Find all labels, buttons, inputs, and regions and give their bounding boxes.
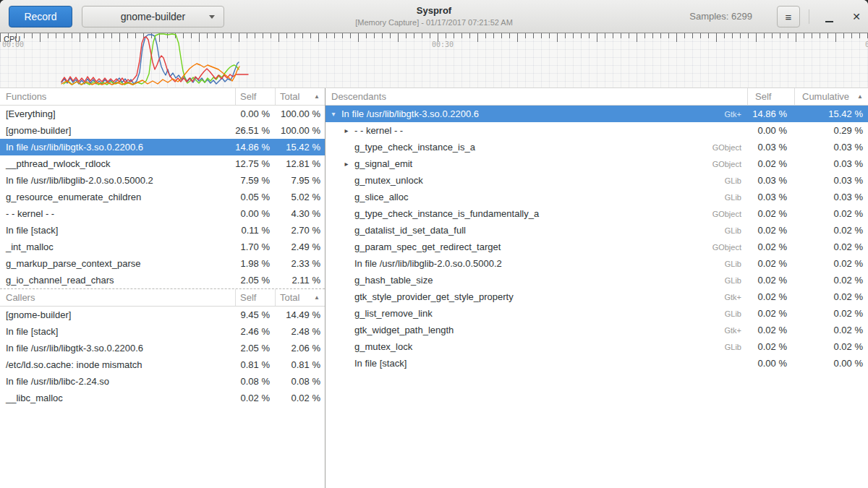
row-name: g_io_channel_read_chars: [0, 275, 235, 286]
cpu-timeline-graph[interactable]: CPU 00:0000:3001:00: [0, 33, 868, 88]
total-value: 4.30 %: [275, 208, 325, 219]
function-row[interactable]: __pthread_rwlock_rdlock12.75 %12.81 %: [0, 155, 325, 172]
self-value: 0.00 %: [747, 125, 794, 136]
callers-table: [gnome-builder]9.45 %14.49 %In file [sta…: [0, 307, 325, 406]
self-value: 0.05 %: [235, 192, 275, 202]
descendant-row[interactable]: gtk_style_provider_get_style_propertyGtk…: [326, 288, 868, 305]
descendant-row[interactable]: g_list_remove_linkGLib0.02 %0.02 %: [326, 305, 868, 322]
chevron-down-icon: [209, 15, 215, 19]
descendant-row[interactable]: g_datalist_id_set_data_fullGLib0.02 %0.0…: [326, 222, 868, 239]
self-value: 0.00 %: [747, 358, 794, 369]
row-name-group: g_list_remove_linkGLib: [326, 308, 747, 319]
self-value: 9.45 %: [235, 309, 275, 320]
self-value: 14.86 %: [235, 142, 275, 153]
row-name-group: g_param_spec_get_redirect_targetGObject: [326, 241, 747, 252]
cumulative-value: 0.02 %: [794, 225, 868, 236]
callers-table-header: Callers Self Total ▲: [0, 289, 325, 307]
descendant-row[interactable]: gtk_widget_path_lengthGtk+0.02 %0.02 %: [326, 322, 868, 338]
descendant-row[interactable]: In file [stack]0.00 %0.00 %: [326, 355, 868, 372]
function-row[interactable]: g_io_channel_read_chars2.05 %2.11 %: [0, 272, 325, 288]
row-name: g_markup_parse_context_parse: [0, 258, 235, 269]
functions-table: [Everything]0.00 %100.00 %[gnome-builder…: [0, 106, 325, 288]
cumulative-value: 0.03 %: [794, 192, 868, 202]
self-value: 0.02 %: [747, 275, 794, 286]
function-row[interactable]: g_resource_enumerate_children0.05 %5.02 …: [0, 189, 325, 205]
total-value: 2.48 %: [275, 326, 325, 337]
time-label: 00:00: [2, 40, 24, 48]
row-name: _int_malloc: [0, 241, 235, 252]
cumulative-value: 0.02 %: [794, 341, 868, 352]
self-value: 0.02 %: [747, 291, 794, 302]
function-row[interactable]: In file /usr/lib/libglib-2.0.so.0.5000.2…: [0, 172, 325, 189]
self-value: 2.05 %: [235, 275, 275, 286]
functions-total-column-header[interactable]: Total ▲: [275, 88, 325, 105]
caller-row[interactable]: In file /usr/lib/libgtk-3.so.0.2200.62.0…: [0, 340, 325, 356]
function-row[interactable]: In file /usr/lib/libgtk-3.so.0.2200.614.…: [0, 139, 325, 155]
self-value: 0.03 %: [747, 175, 794, 186]
total-value: 100.00 %: [275, 108, 325, 119]
expander-closed-icon[interactable]: ▸: [343, 160, 350, 168]
row-name-group: g_type_check_instance_is_fundamentally_a…: [326, 208, 747, 219]
cumulative-value: 0.02 %: [794, 325, 868, 335]
self-value: 2.46 %: [235, 326, 275, 337]
caller-row[interactable]: __libc_malloc0.02 %0.02 %: [0, 390, 325, 406]
record-button[interactable]: Record: [9, 6, 72, 27]
callers-total-column-header[interactable]: Total ▲: [275, 289, 325, 306]
callers-column-header[interactable]: Callers: [0, 289, 235, 306]
descendants-self-column-header[interactable]: Self: [747, 88, 794, 105]
function-row[interactable]: g_markup_parse_context_parse1.98 %2.33 %: [0, 255, 325, 272]
descendant-row[interactable]: ▾In file /usr/lib/libgtk-3.so.0.2200.6Gt…: [326, 106, 868, 122]
function-row[interactable]: [gnome-builder]26.51 %100.00 %: [0, 122, 325, 139]
function-row[interactable]: _int_malloc1.70 %2.49 %: [0, 239, 325, 255]
function-row[interactable]: - - kernel - -0.00 %4.30 %: [0, 205, 325, 222]
descendant-row[interactable]: g_param_spec_get_redirect_targetGObject0…: [326, 239, 868, 255]
descendants-column-header[interactable]: Descendants: [326, 88, 747, 105]
menu-button[interactable]: ≡: [777, 6, 800, 27]
time-label: 00:30: [432, 40, 454, 48]
row-name: - - kernel - -: [354, 125, 403, 136]
descendants-cumulative-column-header[interactable]: Cumulative ▲: [794, 88, 868, 105]
process-selector-label: gnome-builder: [121, 11, 186, 22]
descendant-row[interactable]: g_type_check_instance_is_fundamentally_a…: [326, 205, 868, 222]
expander-closed-icon[interactable]: ▸: [343, 127, 350, 134]
callers-self-column-header[interactable]: Self: [235, 289, 275, 306]
self-value: 7.59 %: [235, 175, 275, 186]
row-name: In file [stack]: [0, 326, 235, 337]
descendant-row[interactable]: g_hash_table_sizeGLib0.02 %0.02 %: [326, 272, 868, 288]
total-value: 2.11 %: [275, 275, 325, 286]
close-button[interactable]: ✕: [848, 8, 865, 25]
process-selector-dropdown[interactable]: gnome-builder: [82, 6, 224, 27]
function-row[interactable]: [Everything]0.00 %100.00 %: [0, 106, 325, 122]
self-value: 12.75 %: [235, 158, 275, 169]
caller-row[interactable]: /etc/ld.so.cache: inode mismatch0.81 %0.…: [0, 356, 325, 373]
left-pane: Functions Self Total ▲ [Everything]0.00 …: [0, 88, 326, 488]
caller-row[interactable]: In file [stack]2.46 %2.48 %: [0, 323, 325, 340]
descendant-row[interactable]: ▸g_signal_emitGObject0.02 %0.03 %: [326, 155, 868, 172]
expander-open-icon[interactable]: ▾: [330, 111, 337, 118]
cumulative-value: 0.02 %: [794, 241, 868, 252]
minimize-button[interactable]: [820, 8, 838, 25]
caller-row[interactable]: In file /usr/lib/libc-2.24.so0.08 %0.08 …: [0, 373, 325, 390]
functions-self-column-header[interactable]: Self: [235, 88, 275, 105]
descendant-row[interactable]: g_mutex_lockGLib0.02 %0.02 %: [326, 338, 868, 355]
descendant-row[interactable]: In file /usr/lib/libglib-2.0.so.0.5000.2…: [326, 255, 868, 272]
row-name: g_type_check_instance_is_a: [354, 142, 475, 153]
library-badge: GLib: [725, 276, 747, 285]
caller-row[interactable]: [gnome-builder]9.45 %14.49 %: [0, 307, 325, 323]
descendant-row[interactable]: g_mutex_unlockGLib0.03 %0.03 %: [326, 172, 868, 189]
function-row[interactable]: In file [stack]0.11 %2.70 %: [0, 222, 325, 239]
descendants-table: ▾In file /usr/lib/libgtk-3.so.0.2200.6Gt…: [326, 106, 868, 372]
descendant-row[interactable]: ▸- - kernel - -0.00 %0.29 %: [326, 122, 868, 139]
cumulative-value: 0.02 %: [794, 308, 868, 319]
descendants-table-header: Descendants Self Cumulative ▲: [326, 88, 868, 106]
self-value: 0.02 %: [747, 241, 794, 252]
row-name: In file /usr/lib/libglib-2.0.so.0.5000.2: [354, 258, 502, 269]
descendant-row[interactable]: g_slice_allocGLib0.03 %0.03 %: [326, 189, 868, 205]
row-name: In file /usr/lib/libgtk-3.so.0.2200.6: [0, 142, 235, 153]
cumulative-value: 0.29 %: [794, 125, 868, 136]
descendant-row[interactable]: g_type_check_instance_is_aGObject0.03 %0…: [326, 139, 868, 155]
functions-column-header[interactable]: Functions: [0, 88, 235, 105]
library-badge: Gtk+: [724, 326, 747, 335]
total-value: 14.49 %: [275, 309, 325, 320]
library-badge: GLib: [725, 260, 747, 268]
